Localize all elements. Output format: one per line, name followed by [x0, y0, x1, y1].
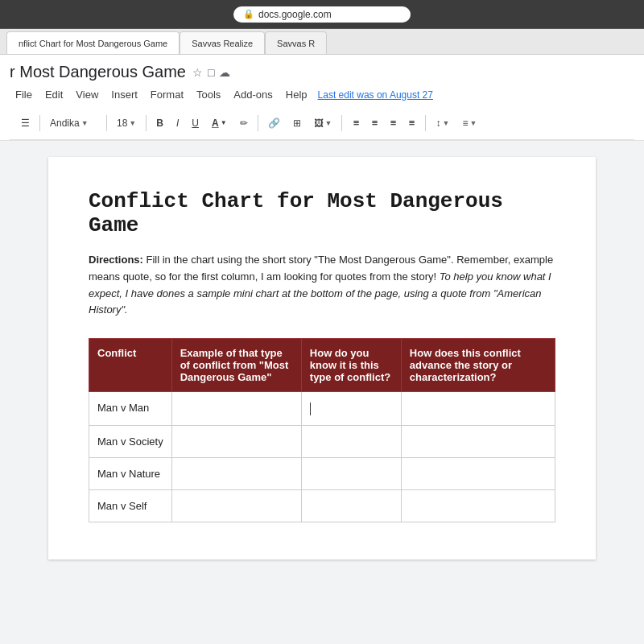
list-chevron: ▼: [469, 119, 477, 127]
row-man-v-self-col2[interactable]: [171, 489, 301, 522]
bold-button[interactable]: B: [151, 115, 168, 131]
folder-icon[interactable]: □: [208, 66, 214, 79]
row-man-v-nature-col4[interactable]: [401, 457, 555, 489]
table-row: Man v Society: [89, 425, 555, 457]
table-row: Man v Nature: [89, 457, 555, 489]
underline-button[interactable]: U: [187, 115, 204, 131]
hamburger-icon: ☰: [21, 118, 30, 129]
star-icon[interactable]: ☆: [192, 66, 203, 79]
doc-content: Conflict Chart for Most Dangerous Game D…: [0, 141, 644, 644]
doc-main-title: Conflict Chart for Most Dangerous Game: [89, 189, 555, 237]
tab-docs-label: nflict Chart for Most Dangerous Game: [19, 39, 167, 48]
cloud-icon[interactable]: ☁: [219, 66, 230, 79]
table-row: Man v Man: [89, 392, 555, 426]
font-color-arrow: ▼: [221, 119, 227, 126]
row-man-v-self-label: Man v Self: [89, 489, 172, 522]
row-man-v-nature-col2[interactable]: [171, 457, 301, 489]
toolbar-sep-6: [425, 115, 426, 131]
row-man-v-self-col4[interactable]: [401, 489, 555, 522]
align-justify-button[interactable]: ≡: [402, 114, 420, 132]
link-icon: 🔗: [268, 118, 280, 129]
table-body: Man v Man Man v Society Man v Nature: [89, 392, 555, 522]
last-edit-link[interactable]: Last edit was on August 27: [318, 89, 433, 101]
row-man-v-man-col4[interactable]: [401, 392, 555, 426]
toolbar-menu-icon[interactable]: ☰: [16, 115, 35, 131]
menu-tools[interactable]: Tools: [191, 86, 226, 103]
row-man-v-man-col2[interactable]: [171, 392, 301, 426]
line-spacing-chevron: ▼: [442, 119, 449, 127]
title-icons: ☆ □ ☁: [192, 66, 230, 79]
row-man-v-nature-label: Man v Nature: [89, 457, 172, 489]
toolbar: ☰ Andika ▼ 18 ▼ B I U A: [10, 106, 634, 140]
row-man-v-self-col3[interactable]: [301, 489, 401, 522]
menu-file[interactable]: File: [10, 86, 38, 103]
link-button[interactable]: 🔗: [263, 115, 285, 131]
col-header-how-advance: How does this conflict advance the story…: [401, 339, 555, 392]
comment-icon: ⊞: [293, 118, 301, 129]
doc-title[interactable]: r Most Dangerous Game: [10, 63, 186, 81]
align-left-button[interactable]: ≡: [347, 114, 365, 132]
col-header-how-know: How do you know it is this type of confl…: [301, 339, 401, 392]
font-size-chevron: ▼: [129, 119, 136, 127]
col-header-example: Example of that type of conflict from "M…: [171, 339, 301, 392]
tab-savvas-2-label: Savvas R: [277, 39, 315, 48]
toolbar-sep-5: [341, 115, 342, 131]
bold-label: B: [156, 118, 163, 129]
font-color-label: A: [212, 118, 219, 129]
lock-icon: 🔒: [243, 9, 254, 19]
doc-page: Conflict Chart for Most Dangerous Game D…: [48, 157, 596, 559]
conflict-table: Conflict Example of that type of conflic…: [89, 338, 555, 522]
comment-button[interactable]: ⊞: [288, 115, 306, 131]
doc-directions: Directions: Fill in the chart using the …: [89, 252, 555, 319]
font-size-label: 18: [117, 118, 127, 129]
menu-bar: File Edit View Insert Format Tools Add-o…: [10, 85, 634, 106]
align-group: ≡ ≡ ≡ ≡: [347, 114, 420, 132]
directions-bold: Directions:: [89, 254, 143, 266]
docs-container: r Most Dangerous Game ☆ □ ☁ File Edit Vi…: [0, 55, 644, 644]
font-name-selector[interactable]: Andika ▼: [45, 115, 101, 131]
image-button[interactable]: 🖼 ▼: [309, 115, 337, 131]
toolbar-sep-2: [106, 115, 107, 131]
table-row: Man v Self: [89, 489, 555, 522]
list-icon: ≡: [462, 118, 468, 129]
row-man-v-society-col3[interactable]: [301, 425, 401, 457]
row-man-v-man-label: Man v Man: [89, 392, 172, 426]
line-spacing-button[interactable]: ↕ ▼: [431, 115, 454, 131]
tabs-bar: nflict Chart for Most Dangerous Game Sav…: [0, 29, 644, 55]
row-man-v-man-col3[interactable]: [301, 392, 401, 426]
address-bar[interactable]: 🔒 docs.google.com: [233, 6, 411, 23]
row-man-v-society-col2[interactable]: [171, 425, 301, 457]
font-size-selector[interactable]: 18 ▼: [112, 115, 141, 131]
underline-label: U: [192, 118, 199, 129]
menu-addons[interactable]: Add-ons: [228, 86, 278, 103]
doc-header: r Most Dangerous Game ☆ □ ☁ File Edit Vi…: [0, 55, 644, 141]
url-text: docs.google.com: [258, 9, 332, 20]
line-spacing-icon: ↕: [436, 118, 440, 129]
doc-title-row: r Most Dangerous Game ☆ □ ☁: [10, 60, 634, 85]
list-button[interactable]: ≡ ▼: [457, 115, 481, 131]
menu-view[interactable]: View: [70, 86, 104, 103]
italic-button[interactable]: I: [171, 115, 184, 131]
toolbar-sep-1: [39, 115, 40, 131]
row-man-v-society-col4[interactable]: [401, 425, 555, 457]
menu-help[interactable]: Help: [280, 86, 313, 103]
tab-docs[interactable]: nflict Chart for Most Dangerous Game: [6, 31, 180, 54]
table-header-row: Conflict Example of that type of conflic…: [89, 339, 555, 392]
row-man-v-nature-col3[interactable]: [301, 457, 401, 489]
menu-format[interactable]: Format: [145, 86, 189, 103]
image-icon: 🖼: [314, 118, 324, 129]
tab-savvas-1[interactable]: Savvas Realize: [180, 31, 265, 54]
align-right-button[interactable]: ≡: [384, 114, 402, 132]
col-header-conflict: Conflict: [89, 339, 172, 392]
font-name-chevron: ▼: [81, 119, 89, 127]
tab-savvas-2[interactable]: Savvas R: [265, 31, 327, 54]
image-chevron: ▼: [325, 119, 332, 127]
text-cursor: [310, 402, 311, 415]
align-center-button[interactable]: ≡: [365, 114, 383, 132]
font-color-button[interactable]: A ▼: [207, 115, 232, 131]
menu-edit[interactable]: Edit: [39, 86, 68, 103]
browser-chrome: 🔒 docs.google.com: [0, 0, 644, 29]
highlight-button[interactable]: ✏: [235, 115, 253, 131]
italic-label: I: [176, 118, 179, 129]
menu-insert[interactable]: Insert: [105, 86, 143, 103]
